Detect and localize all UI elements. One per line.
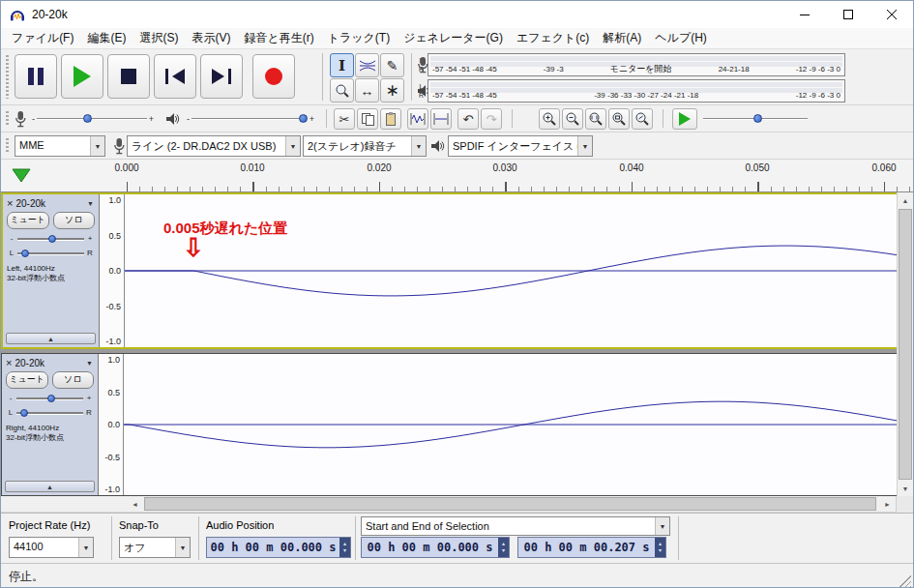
selection-mode-select[interactable]: Start and End of Selection▼: [361, 516, 670, 536]
track-title[interactable]: 20-20k: [15, 198, 85, 209]
track-close-button[interactable]: ×: [6, 198, 15, 208]
track-close-button[interactable]: ×: [5, 358, 15, 368]
playback-meter-box[interactable]: -57 -54 -51 -48 -45 -39 -36 -33 -30 -27 …: [428, 79, 845, 103]
play-at-speed-button[interactable]: [672, 108, 697, 130]
pause-button[interactable]: [15, 54, 57, 99]
zoom-selection-button[interactable]: [585, 108, 606, 130]
menu-effect[interactable]: エフェクト(c): [510, 28, 596, 48]
mute-button[interactable]: ミュート: [7, 212, 49, 229]
waveform-canvas[interactable]: [125, 194, 897, 347]
gain-thumb[interactable]: [47, 395, 55, 402]
menu-generate[interactable]: ジェネレーター(G): [397, 28, 510, 48]
horizontal-scrollbar[interactable]: ◄ ►: [1, 496, 913, 513]
track-menu-button[interactable]: ▼: [84, 360, 95, 367]
spinner-icon[interactable]: ▴▾: [339, 538, 350, 557]
track-title[interactable]: 20-20k: [15, 358, 84, 368]
menu-file[interactable]: ファイル(F): [5, 28, 80, 48]
waveform-canvas[interactable]: [124, 354, 898, 495]
selection-start-field[interactable]: 00 h 00 m 00.000 s ▴▾: [361, 537, 510, 558]
waveform-left[interactable]: 0.005秒遅れた位置 ⇩: [125, 194, 897, 347]
gain-thumb[interactable]: [48, 235, 56, 243]
draw-tool-button[interactable]: ✎: [380, 53, 404, 77]
input-device-select[interactable]: ライン (2- DR.DAC2 DX USB)▼: [127, 135, 301, 157]
record-volume-slider[interactable]: - +: [30, 111, 156, 127]
close-button[interactable]: [870, 1, 913, 28]
timeline-ruler[interactable]: 0.000 0.010 0.020 0.030 0.040 0.050 0.06…: [1, 160, 913, 192]
toolbar-grip[interactable]: [6, 138, 9, 153]
undo-button[interactable]: ↶: [457, 108, 479, 130]
skip-to-start-button[interactable]: [154, 54, 196, 99]
zoom-fit-button[interactable]: [608, 108, 630, 130]
collapse-button[interactable]: ▲: [6, 333, 96, 344]
gain-slider[interactable]: - +: [8, 232, 94, 245]
project-rate-select[interactable]: 44100▼: [9, 537, 94, 558]
mute-button[interactable]: ミュート: [6, 371, 48, 389]
zoom-selection-icon: [588, 111, 604, 127]
playback-volume-thumb[interactable]: [299, 114, 308, 123]
input-channels-select[interactable]: 2(ステレオ)録音チ▼: [303, 135, 427, 157]
h-scroll-thumb[interactable]: [144, 497, 876, 511]
zoom-tool-button[interactable]: [330, 78, 354, 103]
pan-slider[interactable]: L R: [8, 247, 94, 259]
zoom-in-button[interactable]: [539, 108, 560, 130]
record-meter-box[interactable]: -57 -54 -51 -48 -45 -39 -3 モニターを開始 24-21…: [428, 53, 845, 76]
redo-button[interactable]: ↷: [481, 108, 502, 130]
record-volume-thumb[interactable]: [83, 114, 92, 123]
output-device-select[interactable]: SPDIF インターフェイス (2- DR.▼: [448, 135, 593, 157]
selection-tool-button[interactable]: I: [330, 53, 354, 77]
minimize-button[interactable]: [782, 1, 826, 28]
spinner-icon[interactable]: ▴▾: [655, 538, 665, 557]
waveform-right[interactable]: [124, 354, 898, 495]
record-button[interactable]: [252, 54, 295, 99]
copy-button[interactable]: [357, 108, 378, 130]
track-menu-button[interactable]: ▼: [85, 200, 96, 207]
envelope-tool-button[interactable]: [355, 53, 379, 77]
playback-speed-thumb[interactable]: [753, 114, 762, 123]
menu-analyze[interactable]: 解析(A): [596, 28, 648, 48]
pan-slider[interactable]: L R: [7, 406, 93, 419]
pan-thumb[interactable]: [21, 250, 29, 257]
scroll-up-button[interactable]: ▲: [898, 192, 913, 208]
multi-tool-button[interactable]: ∗: [380, 78, 404, 103]
v-scroll-thumb[interactable]: [899, 209, 912, 480]
menu-view[interactable]: 表示(V): [185, 28, 237, 48]
zoom-out-button[interactable]: [562, 108, 583, 130]
menu-edit[interactable]: 編集(E): [80, 28, 133, 48]
playback-speed-slider[interactable]: [703, 111, 808, 127]
cut-button[interactable]: ✂: [334, 108, 355, 130]
timeshift-tool-button[interactable]: ↔: [355, 78, 379, 103]
silence-audio-button[interactable]: [430, 108, 452, 130]
zoom-toggle-button[interactable]: [632, 108, 653, 130]
toolbar-separator: [512, 109, 513, 128]
maximize-button[interactable]: [826, 1, 870, 28]
scroll-right-button[interactable]: ►: [879, 496, 896, 512]
menu-tracks[interactable]: トラック(T): [321, 28, 397, 48]
playback-meter[interactable]: LR -57 -54 -51 -48 -45 -39 -36 -33 -30 -…: [417, 78, 845, 103]
solo-button[interactable]: ソロ: [52, 371, 95, 389]
stop-button[interactable]: [107, 54, 150, 99]
paste-button[interactable]: [380, 108, 401, 130]
menu-transport[interactable]: 録音と再生(r): [237, 28, 320, 48]
pan-thumb[interactable]: [20, 409, 28, 417]
scroll-down-button[interactable]: ▼: [898, 481, 913, 496]
gain-slider[interactable]: - +: [7, 392, 93, 404]
menu-select[interactable]: 選択(S): [133, 28, 185, 48]
resize-grip[interactable]: [899, 575, 911, 587]
scroll-left-button[interactable]: ◄: [127, 496, 143, 512]
vertical-scrollbar[interactable]: ▲ ▼: [897, 192, 913, 496]
audio-position-field[interactable]: 00 h 00 m 00.000 s ▴▾: [206, 537, 351, 558]
playback-volume-slider[interactable]: - +: [185, 111, 316, 127]
solo-button[interactable]: ソロ: [53, 212, 96, 229]
play-button[interactable]: [61, 54, 103, 99]
trim-audio-button[interactable]: [407, 108, 428, 130]
toolbar-grip[interactable]: [6, 111, 9, 126]
snap-to-select[interactable]: オフ▼: [119, 537, 191, 558]
host-select[interactable]: MME▼: [15, 135, 105, 157]
toolbar-grip[interactable]: [6, 55, 9, 99]
menu-help[interactable]: ヘルプ(H): [648, 28, 714, 48]
selection-end-field[interactable]: 00 h 00 m 00.207 s ▴▾: [517, 537, 666, 558]
skip-to-end-button[interactable]: [200, 54, 243, 99]
spinner-icon[interactable]: ▴▾: [498, 538, 509, 557]
collapse-button[interactable]: ▲: [5, 481, 95, 492]
record-meter[interactable]: LR -57 -54 -51 -48 -45 -39 -3 モニターを開始 24…: [417, 52, 845, 76]
